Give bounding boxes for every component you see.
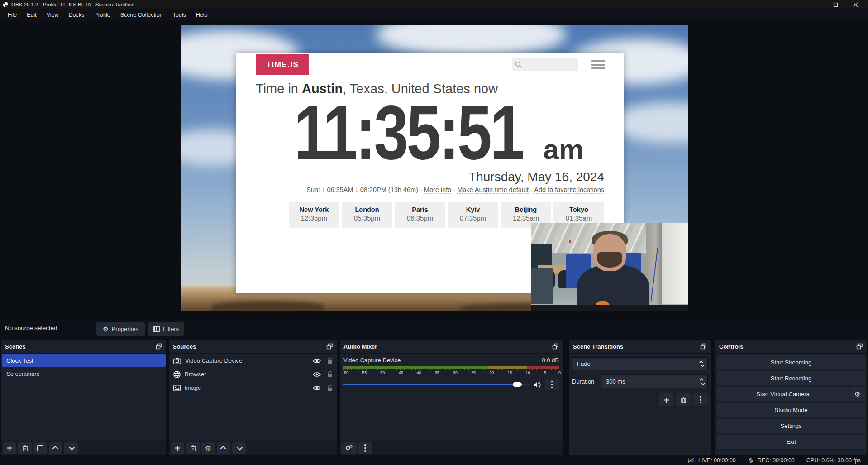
lock-open-icon[interactable] xyxy=(327,357,333,364)
sources-header[interactable]: Sources xyxy=(169,340,337,354)
lock-open-icon[interactable] xyxy=(327,384,333,391)
visibility-eye-icon[interactable] xyxy=(313,385,321,391)
transition-menu-button[interactable] xyxy=(693,393,708,406)
city-kyiv[interactable]: Kyiv07:35pm xyxy=(448,202,498,228)
add-scene-button[interactable] xyxy=(3,442,16,454)
virtual-camera-config-button[interactable]: ⚙ xyxy=(850,387,865,401)
chevron-up-icon xyxy=(52,446,58,452)
add-favorite-link[interactable]: Add to favorite locations xyxy=(534,186,604,194)
exit-button[interactable]: Exit xyxy=(717,435,865,449)
start-recording-button[interactable]: Start Recording xyxy=(717,371,865,385)
duration-label: Duration xyxy=(572,378,601,385)
source-item-image[interactable]: Image xyxy=(170,381,336,394)
city-london[interactable]: London05:35pm xyxy=(342,202,392,228)
lock-open-icon[interactable] xyxy=(327,371,333,378)
city-newyork[interactable]: New York12:35pm xyxy=(289,202,339,228)
filters-button[interactable]: Filters xyxy=(148,322,184,336)
scene-up-button[interactable] xyxy=(49,442,62,454)
popout-icon[interactable] xyxy=(856,343,863,350)
docks: Scenes Clock Test Screenshare Sources xyxy=(0,339,868,455)
kebab-icon xyxy=(551,381,553,388)
kebab-icon xyxy=(364,444,366,452)
menu-file[interactable]: File xyxy=(3,9,22,21)
popout-icon[interactable] xyxy=(552,343,559,350)
scene-filters-button[interactable] xyxy=(33,442,47,454)
mixer-menu-button[interactable] xyxy=(358,442,372,454)
meter-scale: -60-55-50-45-40-35-30-25-20-15-10-50 xyxy=(343,370,561,375)
controls-body: Start Streaming Start Recording Start Vi… xyxy=(715,354,867,455)
properties-button[interactable]: ⚙ Properties xyxy=(96,322,145,336)
menu-tools[interactable]: Tools xyxy=(168,9,191,21)
transitions-header[interactable]: Scene Transitions xyxy=(569,340,711,354)
make-default-link[interactable]: Make Austin time default xyxy=(457,186,529,194)
more-info-link[interactable]: More info xyxy=(424,186,451,194)
scenes-header[interactable]: Scenes xyxy=(1,340,166,354)
close-button[interactable] xyxy=(845,0,865,9)
mixer-toolbar: ⚙⚙ xyxy=(340,441,563,455)
search-input[interactable] xyxy=(512,58,578,71)
minimize-button[interactable] xyxy=(806,0,825,9)
obs-window: OBS 29.1.2 - Profile: LLHLS BETA - Scene… xyxy=(0,0,868,465)
chevron-up-icon xyxy=(220,446,226,452)
source-item-video-capture[interactable]: Video Capture Device xyxy=(170,354,336,367)
speaker-icon[interactable] xyxy=(534,381,542,388)
menu-view[interactable]: View xyxy=(42,9,64,21)
city-paris[interactable]: Paris06:35pm xyxy=(395,202,445,228)
popout-icon[interactable] xyxy=(156,343,162,350)
remove-transition-button[interactable] xyxy=(676,393,691,406)
gear-icon: ⚙ xyxy=(103,326,109,333)
chevron-down-icon xyxy=(69,445,75,451)
remove-scene-button[interactable] xyxy=(18,442,32,454)
popout-icon[interactable] xyxy=(700,343,707,350)
menu-help[interactable]: Help xyxy=(191,9,213,21)
source-up-button[interactable] xyxy=(217,442,230,454)
controls-header[interactable]: Controls xyxy=(715,340,867,354)
rec-status: REC: 00:00:00 xyxy=(748,457,795,464)
visibility-eye-icon[interactable] xyxy=(313,372,321,377)
source-properties-button[interactable]: ⚙ xyxy=(201,442,215,454)
scenes-list: Clock Test Screenshare xyxy=(1,354,166,441)
gear-icon: ⚙ xyxy=(349,444,353,449)
preview-canvas[interactable]: TIME.IS Time in Austin, Texas, United St… xyxy=(0,21,868,319)
image-icon xyxy=(173,385,181,391)
menu-icon[interactable] xyxy=(591,60,605,69)
source-item-browser[interactable]: Browser xyxy=(170,368,336,381)
cpu-status: CPU: 0.6%, 30.00 fps xyxy=(806,457,861,464)
maximize-button[interactable] xyxy=(825,0,845,9)
globe-icon xyxy=(173,371,181,378)
transitions-body: Fade Duration 300 ms xyxy=(569,354,711,455)
mixer-channel-menu-button[interactable] xyxy=(545,379,559,390)
menu-docks[interactable]: Docks xyxy=(64,9,90,21)
volume-slider[interactable] xyxy=(343,384,530,385)
scene-down-button[interactable] xyxy=(64,442,78,454)
add-source-button[interactable] xyxy=(171,442,184,454)
settings-button[interactable]: Settings xyxy=(717,419,865,433)
popout-icon[interactable] xyxy=(326,343,333,350)
sources-list: Video Capture Device Browser xyxy=(169,354,337,441)
select-arrows xyxy=(696,358,707,370)
source-down-button[interactable] xyxy=(232,442,246,454)
studio-mode-button[interactable]: Studio Mode xyxy=(717,403,865,417)
statusbar: LIVE: 00:00:00 REC: 00:00:00 CPU: 0.6%, … xyxy=(0,455,868,465)
transition-select[interactable]: Fade xyxy=(572,357,708,370)
menu-edit[interactable]: Edit xyxy=(22,9,42,21)
menu-profile[interactable]: Profile xyxy=(89,9,115,21)
titlebar[interactable]: OBS 29.1.2 - Profile: LLHLS BETA - Scene… xyxy=(0,0,868,9)
audio-mixer-header[interactable]: Audio Mixer xyxy=(340,340,563,354)
scene-item-clock-test[interactable]: Clock Test xyxy=(2,354,166,367)
webcam-overlay[interactable] xyxy=(531,223,688,311)
advanced-audio-button[interactable]: ⚙⚙ xyxy=(341,442,357,454)
scene-item-screenshare[interactable]: Screenshare xyxy=(2,367,166,380)
clock-display: 11:35:51 am xyxy=(236,95,624,171)
add-transition-button[interactable] xyxy=(659,393,673,406)
start-virtual-camera-button[interactable]: Start Virtual Camera xyxy=(717,387,849,401)
program-video[interactable]: TIME.IS Time in Austin, Texas, United St… xyxy=(181,25,688,311)
site-logo[interactable]: TIME.IS xyxy=(256,54,309,75)
visibility-eye-icon[interactable] xyxy=(313,358,321,364)
menu-scene-collection[interactable]: Scene Collection xyxy=(115,9,168,21)
live-status: LIVE: 00:00:00 xyxy=(687,457,736,464)
duration-input[interactable]: 300 ms xyxy=(601,374,708,388)
start-streaming-button[interactable]: Start Streaming xyxy=(717,355,865,369)
volume-slider-handle[interactable] xyxy=(513,382,522,387)
remove-source-button[interactable] xyxy=(186,442,200,454)
